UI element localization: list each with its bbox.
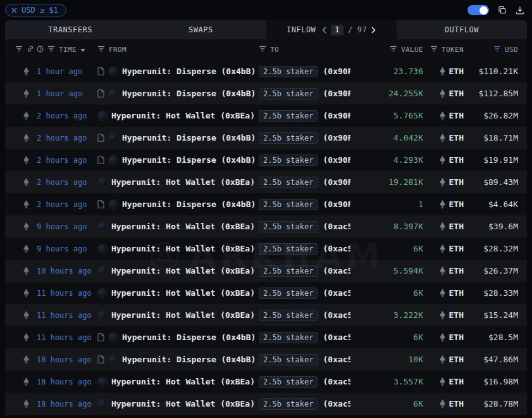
filter-icon[interactable] — [430, 46, 438, 54]
time-link[interactable]: 10 hours ago — [37, 267, 97, 276]
from-entity[interactable]: Hyperunit: Hot Wallet (0xBEa) — [97, 399, 259, 409]
link-icon[interactable] — [27, 45, 34, 54]
from-entity-label[interactable]: Hyperunit: Hot Wallet (0xBEa) — [111, 310, 255, 320]
tab-transfers[interactable]: TRANSFERS — [5, 20, 135, 39]
to-entity-chip[interactable]: 2.5b staker — [259, 398, 318, 410]
to-entity-address[interactable]: (0xac5) — [323, 332, 350, 342]
from-entity[interactable]: Hyperunit: Disperse (0x4bB) — [97, 89, 259, 99]
to-entity[interactable]: 2.5b staker(0xac5) — [259, 376, 350, 388]
close-icon[interactable] — [11, 8, 17, 13]
copy-icon[interactable] — [498, 6, 507, 15]
to-entity[interactable]: 2.5b staker(0x90F) — [259, 88, 350, 99]
token-cell[interactable]: ETH — [423, 355, 464, 364]
to-entity[interactable]: 2.5b staker(0x90F) — [259, 132, 350, 144]
from-entity-label[interactable]: Hyperunit: Hot Wallet (0xBEa) — [111, 288, 255, 298]
from-entity-label[interactable]: Hyperunit: Disperse (0x4bB) — [122, 155, 256, 165]
to-entity-address[interactable]: (0xac5) — [323, 222, 350, 231]
from-entity[interactable]: Hyperunit: Hot Wallet (0xBEa) — [97, 177, 259, 187]
from-entity[interactable]: Hyperunit: Disperse (0x4bB) — [97, 200, 259, 210]
token-cell[interactable]: ETH — [423, 288, 464, 298]
token-cell[interactable]: ETH — [423, 310, 464, 320]
to-entity-chip[interactable]: 2.5b staker — [259, 155, 318, 166]
time-link[interactable]: 2 hours ago — [37, 178, 97, 187]
to-entity[interactable]: 2.5b staker(0xac5) — [259, 243, 350, 255]
from-entity-label[interactable]: Hyperunit: Hot Wallet (0xBEa) — [111, 266, 255, 276]
to-entity[interactable]: 2.5b staker(0x90F) — [259, 177, 350, 188]
time-link[interactable]: 2 hours ago — [37, 200, 97, 209]
chevron-down-icon[interactable] — [80, 46, 85, 54]
token-cell[interactable]: ETH — [423, 155, 464, 165]
from-entity-label[interactable]: Hyperunit: Disperse (0x4bB) — [122, 89, 256, 98]
from-entity[interactable]: Hyperunit: Hot Wallet (0xBEa) — [97, 266, 259, 276]
download-icon[interactable] — [516, 6, 524, 15]
from-entity-label[interactable]: Hyperunit: Hot Wallet (0xBEa) — [111, 399, 255, 408]
token-cell[interactable]: ETH — [423, 111, 464, 120]
to-entity-chip[interactable]: 2.5b staker — [259, 332, 318, 343]
time-link[interactable]: 1 hour ago — [37, 89, 97, 98]
time-link[interactable]: 9 hours ago — [37, 222, 97, 231]
usd-filter-chip[interactable]: USD ≥ $1 — [5, 4, 66, 16]
time-link[interactable]: 2 hours ago — [37, 111, 97, 120]
to-entity-chip[interactable]: 2.5b staker — [259, 221, 318, 232]
to-entity[interactable]: 2.5b staker(0x90F) — [259, 199, 350, 210]
filter-icon[interactable] — [97, 46, 105, 54]
from-entity-label[interactable]: Hyperunit: Hot Wallet (0xBEa) — [111, 111, 255, 120]
filter-icon[interactable] — [259, 46, 266, 54]
from-entity-label[interactable]: Hyperunit: Hot Wallet (0xBEa) — [111, 177, 255, 187]
from-entity-label[interactable]: Hyperunit: Disperse (0x4bB) — [122, 133, 256, 142]
time-link[interactable]: 9 hours ago — [37, 244, 97, 253]
to-entity-chip[interactable]: 2.5b staker — [259, 376, 318, 388]
filter-icon-active[interactable] — [493, 46, 501, 54]
from-entity[interactable]: Hyperunit: Hot Wallet (0xBEa) — [97, 310, 259, 320]
to-entity-chip[interactable]: 2.5b staker — [259, 354, 318, 365]
token-cell[interactable]: ETH — [423, 177, 464, 187]
time-link[interactable]: 1 hour ago — [37, 67, 97, 76]
header-to[interactable]: TO — [259, 46, 350, 54]
time-link[interactable]: 18 hours ago — [37, 400, 97, 408]
token-cell[interactable]: ETH — [423, 222, 464, 231]
filter-icon[interactable] — [390, 46, 397, 54]
to-entity-address[interactable]: (0xac5) — [323, 310, 350, 320]
to-entity-chip[interactable]: 2.5b staker — [259, 177, 318, 188]
to-entity[interactable]: 2.5b staker(0xac5) — [259, 332, 350, 343]
time-link[interactable]: 11 hours ago — [37, 333, 97, 342]
token-cell[interactable]: ETH — [423, 266, 464, 276]
header-usd[interactable]: USD — [464, 46, 518, 54]
to-entity-chip[interactable]: 2.5b staker — [259, 66, 318, 77]
token-cell[interactable]: ETH — [423, 133, 464, 142]
to-entity[interactable]: 2.5b staker(0xac5) — [259, 288, 350, 299]
time-link[interactable]: 18 hours ago — [37, 377, 97, 386]
to-entity[interactable]: 2.5b staker(0xac5) — [259, 354, 350, 365]
to-entity-address[interactable]: (0xac5) — [323, 377, 350, 386]
time-link[interactable]: 2 hours ago — [37, 134, 97, 142]
token-cell[interactable]: ETH — [423, 66, 464, 76]
to-entity-chip[interactable]: 2.5b staker — [259, 243, 318, 255]
from-entity-label[interactable]: Hyperunit: Disperse (0x4bB) — [122, 332, 256, 342]
token-cell[interactable]: ETH — [423, 377, 464, 386]
page-next-icon[interactable] — [371, 27, 376, 34]
to-entity-address[interactable]: (0xac5) — [323, 266, 350, 276]
to-entity-address[interactable]: (0x90F) — [323, 133, 350, 142]
token-cell[interactable]: ETH — [423, 332, 464, 342]
from-entity[interactable]: Hyperunit: Hot Wallet (0xBEa) — [97, 111, 259, 121]
from-entity[interactable]: Hyperunit: Disperse (0x4bB) — [97, 66, 259, 77]
to-entity-chip[interactable]: 2.5b staker — [259, 265, 318, 277]
from-entity[interactable]: Hyperunit: Disperse (0x4bB) — [97, 332, 259, 343]
time-link[interactable]: 11 hours ago — [37, 311, 97, 320]
to-entity-address[interactable]: (0xac5) — [323, 355, 350, 364]
token-cell[interactable]: ETH — [423, 89, 464, 98]
header-token[interactable]: TOKEN — [423, 46, 464, 54]
time-link[interactable]: 2 hours ago — [37, 156, 97, 165]
to-entity-chip[interactable]: 2.5b staker — [259, 132, 318, 144]
header-from[interactable]: FROM — [97, 46, 259, 54]
to-entity-chip[interactable]: 2.5b staker — [259, 88, 318, 99]
from-entity[interactable]: Hyperunit: Disperse (0x4bB) — [97, 155, 259, 165]
from-entity[interactable]: Hyperunit: Hot Wallet (0xBEa) — [97, 377, 259, 387]
from-entity-label[interactable]: Hyperunit: Disperse (0x4bB) — [122, 200, 256, 209]
from-entity-label[interactable]: Hyperunit: Disperse (0x4bB) — [122, 355, 256, 364]
from-entity-label[interactable]: Hyperunit: Hot Wallet (0xBEa) — [111, 222, 255, 231]
from-entity[interactable]: Hyperunit: Disperse (0x4bB) — [97, 133, 259, 143]
to-entity[interactable]: 2.5b staker(0xac5) — [259, 265, 350, 277]
to-entity-address[interactable]: (0xac5) — [323, 288, 350, 298]
to-entity-address[interactable]: (0xac5) — [323, 244, 350, 253]
